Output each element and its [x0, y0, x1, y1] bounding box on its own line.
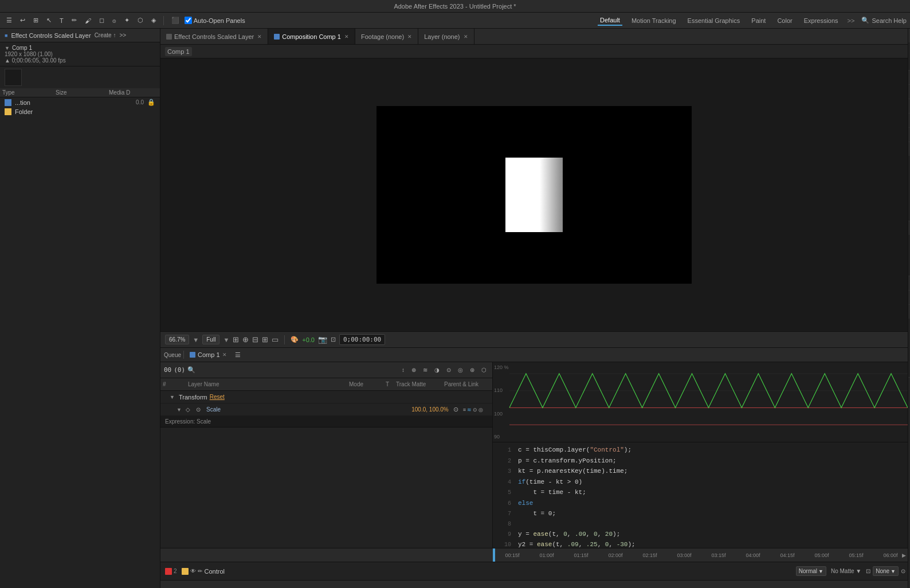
tl-btn-4[interactable]: ◑	[432, 366, 442, 374]
layer-color-swatch	[182, 568, 189, 575]
toolbar-brush[interactable]: 🖌	[82, 16, 94, 25]
scale-keyframe-icon[interactable]: ◇	[186, 406, 194, 413]
zoom-dropdown[interactable]: ▼	[193, 336, 199, 343]
quality-dropdown[interactable]: ▼	[223, 336, 229, 343]
tab-close-comp[interactable]: ✕	[344, 34, 349, 40]
auto-open-panels-label[interactable]: Auto-Open Panels	[185, 17, 245, 24]
toolbar-eraser[interactable]: ◻	[96, 15, 107, 25]
tab-bar: Effect Controls Scaled Layer ✕ Compositi…	[160, 29, 908, 45]
camera-btn[interactable]: 📷	[318, 335, 327, 344]
tab-close-layer[interactable]: ✕	[464, 34, 468, 40]
transform-row[interactable]: ▼ Transform Reset	[160, 391, 492, 403]
tl-queue-tab[interactable]: Queue	[164, 352, 181, 358]
timeline-body: 00 (0) 🔍 ↕ ⊕ ≋ ◑ ⊙ ◎ ⊛ ⬡ #	[160, 362, 908, 548]
workspace-color[interactable]: Color	[775, 16, 794, 25]
scale-row[interactable]: ▼ ◇ ⊙ Scale 100.0, 100.0% ⊙ ≡ ≋ ⊙ ◎	[160, 403, 492, 416]
timeline-ruler-row: 00:15f 01:00f 01:15f 02:00f 02:15f 03:00…	[160, 548, 908, 562]
workspace-essential-graphics[interactable]: Essential Graphics	[685, 16, 743, 25]
layer-visible-icon[interactable]: 👁	[190, 568, 196, 574]
workspace-more[interactable]: >>	[848, 17, 855, 24]
reset-btn[interactable]: Reset	[210, 394, 225, 400]
tab-close-effect[interactable]: ✕	[257, 34, 262, 40]
zoom-control[interactable]: 66.7%	[165, 335, 189, 344]
tl-btn-3[interactable]: ≋	[421, 366, 430, 374]
app-title: Adobe After Effects 2023 - Untitled Proj…	[394, 3, 516, 10]
scale-link-icon[interactable]: ⊙	[453, 406, 458, 413]
workspace-paint[interactable]: Paint	[749, 16, 768, 25]
ruler-area[interactable]: 00:15f 01:00f 01:15f 02:00f 02:15f 03:00…	[493, 548, 908, 562]
tl-btn-6[interactable]: ◎	[456, 366, 465, 374]
toolbar-grid[interactable]: ⊞	[30, 15, 41, 25]
color-btn[interactable]: 🎨	[291, 336, 299, 343]
zoom-out-btn[interactable]: ⊟	[252, 335, 258, 344]
tab-layer[interactable]: Layer (none) ✕	[418, 29, 474, 44]
tl-comp-tab[interactable]: Comp 1 ✕	[186, 350, 230, 359]
zoom-in-btn[interactable]: ⊕	[242, 335, 249, 344]
scale-expand[interactable]: ▼	[176, 407, 183, 413]
code-line-1: 1 c = thisComp.layer("Control");	[493, 445, 908, 456]
mode-dropdown-icon: ▼	[818, 569, 823, 574]
toolbar-menu[interactable]: ☰	[3, 15, 15, 25]
tl-btn-5[interactable]: ⊙	[444, 366, 453, 374]
toolbar-shape[interactable]: ⬡	[135, 15, 146, 25]
toolbar-3d[interactable]: ◈	[148, 15, 159, 25]
tab-composition[interactable]: Composition Comp 1 ✕	[268, 29, 355, 44]
none-select[interactable]: None ▼	[873, 566, 899, 576]
scale-stopwatch[interactable]: ⊙	[196, 406, 204, 413]
ruler-mark-6: 03:15f	[701, 552, 736, 558]
toolbar-type[interactable]: T	[57, 16, 66, 25]
workspace-motion-tracking[interactable]: Motion Tracking	[629, 16, 678, 25]
grid-btn[interactable]: ⊞	[262, 335, 268, 344]
toolbar-pen[interactable]: ✏	[69, 15, 80, 25]
toolbar-new[interactable]: ↩	[17, 15, 28, 25]
expr-editor[interactable]: 1 c = thisComp.layer("Control"); 2 p = c…	[493, 442, 908, 548]
region-btn[interactable]: ⊡	[331, 336, 336, 343]
tl-panel-menu[interactable]: ☰	[235, 351, 241, 359]
tl-scroll[interactable]	[160, 580, 908, 588]
breadcrumb[interactable]: Comp 1	[165, 47, 192, 56]
project-item-0[interactable]: ...tion 0.0 🔒	[0, 97, 160, 107]
effect-controls-icon: ■	[5, 33, 7, 38]
current-time: 00	[164, 366, 171, 374]
tab-icon-effect	[166, 34, 172, 40]
tab-close-footage[interactable]: ✕	[407, 34, 412, 40]
ruler-scroll-btn[interactable]: ▶	[900, 548, 908, 562]
tl-btn-1[interactable]: ↕	[399, 366, 407, 374]
layer-toolbar: 00 (0) 🔍 ↕ ⊕ ≋ ◑ ⊙ ◎ ⊛ ⬡	[160, 362, 492, 378]
scale-icon4: ◎	[478, 407, 483, 413]
tl-btn-7[interactable]: ⊛	[468, 366, 477, 374]
tl-comp-close[interactable]: ✕	[222, 352, 227, 358]
workspace-expressions[interactable]: Expressions	[802, 16, 841, 25]
tl-btn-8[interactable]: ⬡	[479, 366, 489, 374]
safe-area-btn[interactable]: ▭	[272, 335, 279, 344]
workspace-default[interactable]: Default	[598, 15, 622, 26]
tab-footage[interactable]: Footage (none) ✕	[355, 29, 418, 44]
expr-code[interactable]: 1 c = thisComp.layer("Control"); 2 p = c…	[493, 442, 908, 548]
search-layers-btn[interactable]: 🔍	[187, 366, 195, 374]
toolbar-puppet[interactable]: ✦	[121, 15, 132, 25]
bottom-panel-btn[interactable]: ⊙	[901, 568, 905, 574]
toolbar-cursor[interactable]: ↖	[44, 15, 54, 25]
auto-open-panels-checkbox[interactable]	[185, 17, 192, 24]
effect-controls-menu[interactable]: >>	[119, 32, 126, 38]
mode-select[interactable]: Normal ▼	[796, 566, 826, 576]
main-layout: ■ Effect Controls Scaled Layer Create ↑ …	[0, 29, 910, 588]
mode-no-matte: No Matte ▼	[831, 568, 861, 574]
workspace-tabs: Default Motion Tracking Essential Graphi…	[598, 15, 854, 26]
toolbar-roto[interactable]: ⌾	[109, 16, 119, 25]
transform-expand[interactable]: ▼	[170, 394, 176, 400]
comp-info: ▼ Comp 1 1920 x 1080 (1.00) ▲ 0;00:06:05…	[0, 42, 160, 66]
tab-effect-controls[interactable]: Effect Controls Scaled Layer ✕	[160, 29, 268, 44]
project-item-1[interactable]: Folder	[0, 107, 160, 116]
tl-btn-2[interactable]: ⊕	[409, 366, 418, 374]
effect-controls-create[interactable]: Create ↑	[95, 32, 116, 38]
layer-edit-icon[interactable]: ✏	[198, 568, 202, 574]
search-icon: 🔍	[861, 17, 869, 24]
scale-value[interactable]: 100.0, 100.0%	[411, 406, 449, 413]
expression-row: Expression: Scale	[160, 416, 492, 428]
quality-control[interactable]: Full	[202, 335, 219, 344]
toolbar-render[interactable]: ⬛	[168, 15, 182, 25]
comp-icon	[5, 99, 11, 106]
timecode[interactable]: 0;00:00:00	[339, 334, 385, 345]
fit-btn[interactable]: ⊞	[233, 335, 239, 344]
